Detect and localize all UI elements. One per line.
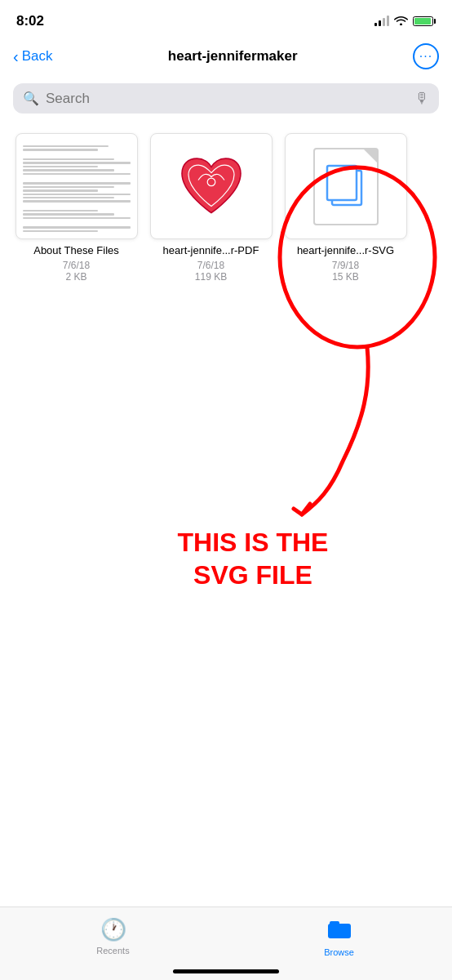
file-name: About These Files [33,244,119,258]
file-grid: About These Files 7/6/18 2 KB heart-jenn… [0,120,452,296]
file-name: heart-jennife...r-SVG [297,244,394,258]
wifi-icon [394,15,408,28]
search-bar[interactable]: 🔍 🎙 [13,83,439,114]
tab-browse-label: Browse [324,947,354,957]
file-size: 119 KB [195,271,227,283]
heart-icon [179,156,244,217]
recents-icon: 🕐 [100,917,126,942]
file-date: 7/6/18 [197,260,224,271]
svg-rect-7 [330,921,339,926]
home-indicator [173,969,279,973]
list-item[interactable]: heart-jennife...r-PDF 7/6/18 119 KB [148,133,274,283]
doc-preview [16,134,137,238]
file-thumbnail-svg [285,133,407,239]
search-icon: 🔍 [23,91,39,106]
back-label: Back [22,48,53,65]
status-time: 8:02 [16,13,44,29]
list-item[interactable]: About These Files 7/6/18 2 KB [13,133,140,283]
chevron-left-icon: ‹ [13,48,19,65]
svg-rect-2 [327,166,357,200]
mic-icon[interactable]: 🎙 [414,90,429,107]
file-date: 7/9/18 [332,260,359,271]
list-item[interactable]: heart-jennife...r-SVG 7/9/18 15 KB [282,133,409,283]
more-button[interactable]: ··· [413,43,439,69]
nav-title: heart-jennifermaker [168,48,298,65]
signal-icon [374,16,389,26]
svg-text:SVG FILE: SVG FILE [193,560,312,590]
file-size: 2 KB [65,271,86,283]
tab-browse[interactable]: Browse [307,917,372,957]
file-thumbnail-pdf [150,133,273,239]
tab-recents-label: Recents [96,946,129,956]
back-button[interactable]: ‹ Back [13,48,52,65]
duplicate-pages-icon [326,164,366,209]
browse-icon [328,917,351,944]
search-bar-container: 🔍 🎙 [0,77,452,120]
tab-recents[interactable]: 🕐 Recents [81,917,146,956]
status-bar: 8:02 [0,0,452,36]
status-icons [374,15,436,28]
file-size: 15 KB [332,271,359,283]
battery-icon [413,16,436,26]
file-name: heart-jennife...r-PDF [163,244,259,258]
file-thumbnail-doc [16,133,138,239]
search-input[interactable] [46,91,408,107]
nav-bar: ‹ Back heart-jennifermaker ··· [0,36,452,77]
svg-doc-icon [313,148,379,225]
more-dots-icon: ··· [419,50,432,63]
file-date: 7/6/18 [63,260,90,271]
svg-text:THIS IS THE: THIS IS THE [178,528,329,557]
